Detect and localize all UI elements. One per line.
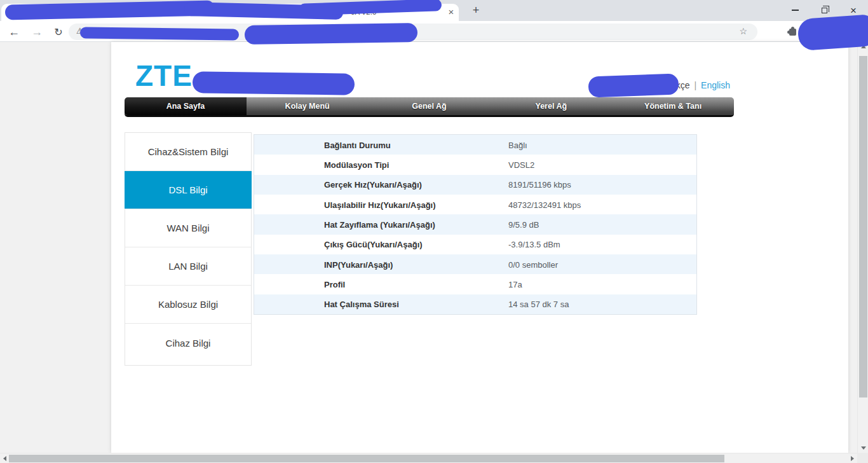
nav-item-genel-ag[interactable]: Genel Ağ [369,97,491,115]
redaction-scribble [797,14,868,52]
zte-logo: ZTE [135,59,193,93]
main-nav: Ana Sayfa Kolay Menü Genel Ağ Yerel Ağ Y… [125,97,734,117]
nav-item-yerel-ag[interactable]: Yerel Ağ [490,97,612,115]
language-link-english[interactable]: English [701,80,730,90]
vertical-scrollbar-thumb[interactable] [859,56,867,397]
row-value: VDSL2 [508,160,534,169]
table-row: Bağlantı Durumu Bağlı [254,135,696,155]
horizontal-scrollbar[interactable] [0,453,857,463]
bookmark-star-icon[interactable]: ☆ [739,26,747,36]
redaction-scribble [80,27,239,40]
scroll-right-icon[interactable] [851,456,854,461]
horizontal-scrollbar-thumb[interactable] [9,455,724,462]
table-row: Çıkış Gücü(Yukarı/Aşağı) -3.9/13.5 dBm [254,235,696,254]
sidebar-item-cihaz-bilgi[interactable]: Cihaz Bilgi [125,324,251,362]
table-row: INP(Yukarı/Aşağı) 0/0 semboller [254,254,696,274]
vertical-scrollbar[interactable] [857,42,868,453]
row-label: INP(Yukarı/Aşağı) [324,259,393,269]
minimize-button[interactable] [780,0,810,20]
row-value: 48732/132491 kbps [508,200,581,209]
restore-icon [822,8,827,13]
browser-window: 0A V2.0 × + × ← → ↻ ⚠ ☆ ZTE rkçe|English… [0,0,868,463]
sidebar-item-cihaz-sistem-bilgi[interactable]: Cihaz&Sistem Bilgi [125,133,251,171]
language-switcher: rkçe|English [673,80,730,90]
table-row: Hat Çalışma Süresi 14 sa 57 dk 7 sa [254,294,696,314]
nav-item-kolay-menu[interactable]: Kolay Menü [247,97,369,115]
row-value: 9/5.9 dB [508,219,539,229]
row-label: Modülasyon Tipi [324,160,389,169]
page-viewport: ZTE rkçe|English Ana Sayfa Kolay Menü Ge… [0,42,857,453]
table-row: Modülasyon Tipi VDSL2 [254,155,696,174]
redaction-scribble [245,23,417,45]
row-value: 8191/51196 kbps [508,180,571,190]
row-value: 17a [508,279,522,289]
table-row: Gerçek Hız(Yukarı/Aşağı) 8191/51196 kbps [254,175,696,195]
table-row: Hat Zayıflama (Yukarı/Aşağı) 9/5.9 dB [254,214,696,234]
row-label: Ulaşılabilir Hız(Yukarı/Aşağı) [324,200,436,209]
sidebar-item-wan-bilgi[interactable]: WAN Bilgi [125,209,251,247]
close-icon: × [850,5,857,16]
row-label: Profil [324,279,345,289]
sidebar-menu: Cihaz&Sistem Bilgi DSL Bilgi WAN Bilgi L… [125,132,252,366]
row-value: Bağlı [508,140,527,149]
row-label: Çıkış Gücü(Yukarı/Aşağı) [324,240,423,249]
table-row: Profil 17a [254,274,696,294]
row-label: Hat Zayıflama (Yukarı/Aşağı) [324,219,435,229]
tab-close-icon[interactable]: × [445,6,458,18]
row-label: Gerçek Hız(Yukarı/Aşağı) [324,180,422,190]
nav-item-yonetim-tani[interactable]: Yönetim & Tanı [612,97,734,115]
extensions-button[interactable] [788,27,798,37]
row-label: Bağlantı Durumu [324,140,391,149]
scrollbar-corner [857,453,868,463]
puzzle-icon [789,29,796,36]
language-separator: | [694,80,696,90]
new-tab-button[interactable]: + [468,3,484,18]
dsl-info-table: Bağlantı Durumu Bağlı Modülasyon Tipi VD… [254,134,697,315]
nav-item-ana-sayfa[interactable]: Ana Sayfa [125,97,247,115]
sidebar-item-kablosuz-bilgi[interactable]: Kablosuz Bilgi [125,286,251,324]
minimize-icon [792,10,799,10]
forward-button[interactable]: → [28,23,46,41]
scroll-left-icon[interactable] [3,456,6,461]
router-page: ZTE rkçe|English Ana Sayfa Kolay Menü Ge… [111,42,848,453]
row-label: Hat Çalışma Süresi [324,300,399,309]
table-row: Ulaşılabilir Hız(Yukarı/Aşağı) 48732/132… [254,195,696,214]
scroll-down-icon[interactable] [861,446,866,450]
row-value: -3.9/13.5 dBm [508,240,560,249]
redaction-scribble [588,74,679,98]
reload-button[interactable]: ↻ [50,23,67,41]
sidebar-item-lan-bilgi[interactable]: LAN Bilgi [125,247,251,286]
sidebar-item-dsl-bilgi[interactable]: DSL Bilgi [125,171,252,209]
row-value: 0/0 semboller [508,259,558,269]
redaction-scribble [193,71,355,95]
row-value: 14 sa 57 dk 7 sa [508,300,569,309]
back-button[interactable]: ← [5,23,23,41]
